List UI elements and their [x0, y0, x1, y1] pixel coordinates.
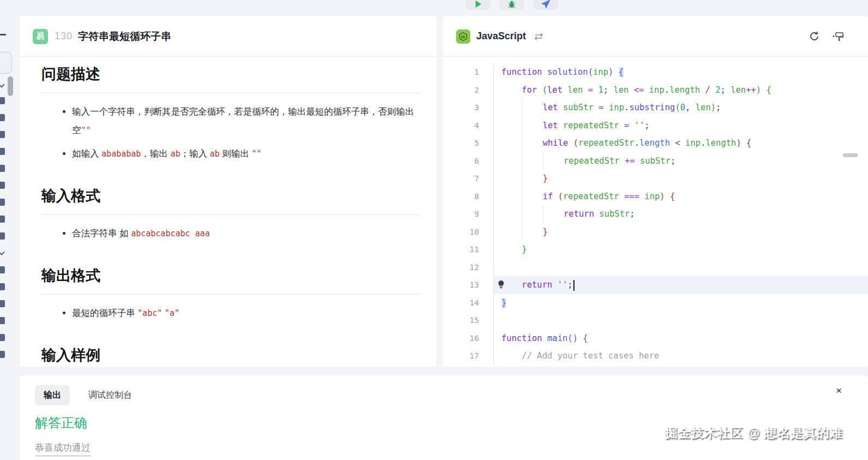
code-line[interactable]: 14}: [443, 294, 868, 312]
sidebar-list-item-icon: [0, 283, 5, 290]
code-text: // Add your test cases here: [494, 347, 659, 365]
svg-text:JS: JS: [460, 34, 465, 39]
code-text: }: [494, 223, 548, 241]
description-bullet: 输入一个字符串，判断其是否完全循环，若是循环的，输出最短的循环子串，否则输出空"…: [72, 102, 420, 140]
sidebar-list-item-icon: [0, 114, 5, 121]
sidebar-dash-icon: [0, 34, 6, 35]
sidebar-list-item-icon: [0, 216, 5, 223]
section-heading: 输入样例: [41, 345, 420, 365]
sidebar-list-item-icon: [0, 351, 5, 358]
editor-scrollbar-thumb[interactable]: [843, 153, 858, 157]
code-text: return subStr;: [494, 205, 635, 223]
description-bullet: 如输入 abababab，输出 ab；输入 ab 则输出 "": [72, 144, 420, 163]
console-tab-output[interactable]: 输出: [35, 385, 70, 405]
problem-panel: 易 130 字符串最短循环子串 问题描述输入一个字符串，判断其是否完全循环，若是…: [20, 16, 436, 367]
language-label: JavaScript: [476, 31, 526, 42]
code-line[interactable]: 17 // Add your test cases here: [443, 347, 868, 365]
sidebar-scrollbar-thumb[interactable]: [8, 76, 13, 96]
sidebar-list-item-icon: [0, 334, 5, 341]
submit-button[interactable]: [533, 0, 558, 10]
inline-code: "": [81, 126, 91, 135]
code-line[interactable]: 9 return subStr;: [443, 205, 868, 223]
sidebar-list-item-icon: [0, 148, 5, 155]
description-bullet: 最短的循环子串 "abc" "a": [72, 303, 420, 322]
code-line[interactable]: 6 repeatedStr += subStr;: [443, 152, 868, 170]
inline-code: ab: [170, 149, 180, 159]
code-text: while (repeatedStr.length < inp.length) …: [494, 134, 751, 152]
code-line[interactable]: 13 return '';: [443, 276, 868, 294]
line-number: 16: [443, 330, 494, 348]
code-text: }: [494, 294, 506, 312]
sidebar-list-item-icon: [0, 266, 5, 273]
inline-code: abababab: [101, 149, 141, 159]
editor-header: JS JavaScript: [443, 16, 868, 57]
check-icon: [0, 81, 5, 87]
code-text: }: [494, 241, 527, 259]
code-line[interactable]: 1function solution(inp) {: [443, 63, 868, 81]
format-icon: [832, 31, 845, 41]
left-sidebar-strip[interactable]: [0, 0, 16, 460]
code-text: function main() {: [494, 330, 588, 348]
line-number: 8: [443, 188, 494, 206]
close-console-button[interactable]: ×: [836, 385, 842, 396]
send-icon: [541, 0, 550, 8]
debug-button[interactable]: [499, 0, 524, 10]
inline-code: "": [252, 149, 261, 159]
switch-language-icon[interactable]: [534, 33, 544, 40]
inline-code: "a": [165, 308, 179, 318]
sidebar-list-item-icon: [0, 199, 5, 206]
code-text: [494, 259, 501, 277]
run-button[interactable]: [465, 0, 490, 10]
line-number: 15: [443, 312, 494, 330]
reset-code-button[interactable]: [809, 31, 820, 42]
sidebar-list-item-icon: [0, 165, 5, 172]
sidebar-list-item-icon: [0, 182, 5, 189]
play-icon: [474, 0, 482, 8]
output-console-panel: 输出调试控制台 × 解答正确 恭喜成功通过: [20, 375, 868, 460]
format-code-button[interactable]: [832, 31, 845, 41]
code-text: [494, 312, 501, 330]
code-text: return '';: [494, 276, 574, 294]
problem-title: 字符串最短循环子串: [78, 29, 171, 44]
section-divider: [41, 93, 420, 93]
console-tab-debug[interactable]: 调试控制台: [88, 385, 132, 405]
code-line[interactable]: 5 while (repeatedStr.length < inp.length…: [443, 134, 868, 152]
code-text: let subStr = inp.substring(0, len);: [494, 99, 721, 117]
code-line[interactable]: 3 let subStr = inp.substring(0, len);: [443, 99, 868, 117]
code-line[interactable]: 2 for (let len = 1; len <= inp.length / …: [443, 81, 868, 99]
difficulty-badge: 易: [33, 29, 48, 44]
nodejs-icon: JS: [456, 29, 470, 44]
line-number: 2: [443, 81, 494, 99]
problem-number: 130: [55, 31, 73, 42]
code-line[interactable]: 7 }: [443, 170, 868, 188]
inline-code: ab: [210, 149, 220, 159]
code-editor[interactable]: 1function solution(inp) {2 for (let len …: [443, 57, 868, 366]
refresh-icon: [809, 31, 820, 42]
result-detail: 恭喜成功通过: [35, 441, 91, 456]
section-heading: 输入格式: [41, 186, 420, 206]
problem-description[interactable]: 问题描述输入一个字符串，判断其是否完全循环，若是循环的，输出最短的循环子串，否则…: [20, 57, 436, 366]
problem-header: 易 130 字符串最短循环子串: [20, 16, 436, 57]
check-icon: [0, 249, 5, 255]
quickfix-lightbulb-icon[interactable]: [498, 280, 505, 292]
line-number: 9: [443, 205, 494, 223]
code-editor-panel: JS JavaScript: [443, 16, 868, 367]
line-number: 12: [443, 259, 494, 277]
section-heading: 输出格式: [41, 266, 420, 285]
line-number: 1: [443, 63, 494, 81]
console-tabs: 输出调试控制台: [35, 385, 853, 405]
code-line[interactable]: 8 if (repeatedStr === inp) {: [443, 188, 868, 206]
line-number: 3: [443, 99, 494, 117]
sidebar-collapsed-button[interactable]: [0, 52, 12, 74]
line-number: 7: [443, 170, 494, 188]
code-text: let repeatedStr = '';: [494, 117, 650, 135]
code-line[interactable]: 16function main() {: [443, 330, 868, 348]
code-line[interactable]: 11 }: [443, 241, 868, 259]
code-line[interactable]: 4 let repeatedStr = '';: [443, 117, 868, 135]
line-number: 5: [443, 134, 494, 152]
code-line[interactable]: 15: [443, 312, 868, 330]
code-text: }: [494, 170, 548, 188]
code-line[interactable]: 12: [443, 259, 868, 277]
code-line[interactable]: 10 }: [443, 223, 868, 241]
text-cursor: [573, 280, 574, 291]
